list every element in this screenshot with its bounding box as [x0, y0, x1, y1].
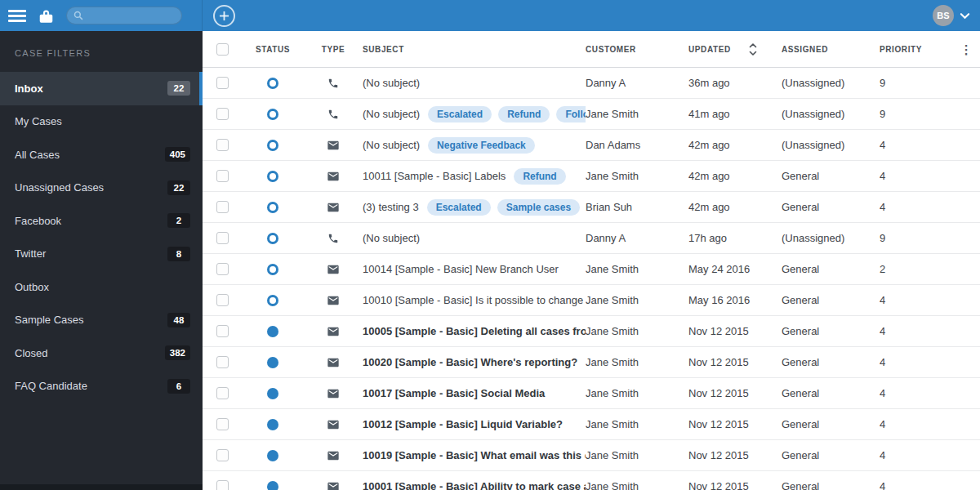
row-checkbox[interactable]	[216, 294, 229, 306]
type-cell	[327, 418, 340, 431]
customer-cell: Jane Smith	[586, 356, 688, 368]
sidebar-item-all-cases[interactable]: All Cases405	[0, 138, 203, 172]
top-bar-right: BS	[933, 5, 970, 26]
select-all-checkbox[interactable]	[216, 43, 229, 56]
case-row[interactable]: 10020 [Sample - Basic] Where's reporting…	[203, 347, 980, 378]
col-header-status[interactable]: STATUS	[256, 45, 290, 54]
col-header-customer[interactable]: CUSTOMER	[586, 45, 688, 54]
case-row[interactable]: (3) testing 3EscalatedSample casesBrian …	[203, 192, 980, 223]
case-row[interactable]: 10017 [Sample - Basic] Social MediaJane …	[203, 378, 980, 409]
row-checkbox-cell	[216, 325, 229, 337]
label-tag[interactable]: Negative Feedback	[428, 137, 535, 154]
sidebar-item-twitter[interactable]: Twitter8	[0, 238, 203, 271]
assigned-cell: General	[782, 263, 880, 275]
label-tag[interactable]: Refund	[514, 168, 565, 185]
case-row[interactable]: 10014 [Sample - Basic] New Branch UserJa…	[203, 254, 980, 285]
table-options-kebab-icon[interactable]: ⋮	[960, 43, 973, 56]
row-checkbox[interactable]	[216, 77, 229, 89]
row-checkbox[interactable]	[216, 325, 229, 337]
sidebar-item-sample-cases[interactable]: Sample Cases48	[0, 304, 203, 337]
status-open-icon	[267, 233, 278, 244]
status-new-icon	[267, 388, 278, 399]
status-open-icon	[267, 171, 278, 182]
sidebar-item-label: Sample Cases	[15, 314, 84, 326]
subject-text: 10014 [Sample - Basic] New Branch User	[363, 263, 559, 275]
subject-cell: 10017 [Sample - Basic] Social Media	[363, 387, 586, 399]
search-box[interactable]	[66, 7, 182, 24]
sidebar-item-inbox[interactable]: Inbox22	[0, 72, 203, 105]
customer-cell: Brian Suh	[586, 201, 688, 213]
case-row[interactable]: (No subject)EscalatedRefundFollow upJane…	[203, 99, 980, 130]
status-new-icon	[267, 481, 278, 490]
sidebar-item-outbox[interactable]: Outbox	[0, 270, 203, 304]
row-checkbox[interactable]	[216, 449, 229, 461]
subject-text: (3) testing 3	[363, 201, 419, 213]
label-tag[interactable]: Sample cases	[497, 199, 580, 216]
sidebar-item-faq-candidate[interactable]: FAQ Candidate6	[0, 370, 203, 403]
assigned-cell: General	[782, 449, 880, 461]
row-checkbox[interactable]	[216, 480, 229, 490]
row-checkbox[interactable]	[216, 170, 229, 182]
desk-logo-icon[interactable]	[38, 8, 55, 24]
chevron-down-icon[interactable]	[960, 12, 970, 20]
col-header-assigned[interactable]: ASSIGNED	[782, 45, 880, 54]
avatar[interactable]: BS	[933, 5, 954, 26]
sidebar-item-my-cases[interactable]: My Cases	[0, 105, 203, 139]
row-checkbox[interactable]	[216, 263, 229, 275]
case-row[interactable]: 10010 [Sample - Basic] Is it possible to…	[203, 285, 980, 316]
col-header-type[interactable]: TYPE	[322, 45, 345, 54]
case-row[interactable]: 10011 [Sample - Basic] LabelsRefundJane …	[203, 161, 980, 192]
subject-text: 10005 [Sample - Basic] Deleting all case…	[363, 325, 586, 337]
priority-cell: 4	[880, 418, 953, 430]
type-cell	[327, 170, 340, 183]
priority-cell: 4	[880, 356, 953, 368]
row-checkbox[interactable]	[216, 356, 229, 368]
row-checkbox[interactable]	[216, 387, 229, 399]
sidebar-item-label: Twitter	[15, 247, 46, 260]
label-tag[interactable]: Escalated	[428, 106, 492, 122]
count-badge: 22	[167, 180, 190, 195]
case-row[interactable]: 10012 [Sample - Basic] Liquid Variable?J…	[203, 409, 980, 440]
subject-text: (No subject)	[363, 139, 420, 151]
priority-cell: 9	[880, 77, 953, 89]
case-row[interactable]: 10019 [Sample - Basic] What email was th…	[203, 440, 980, 471]
priority-cell: 4	[880, 449, 953, 461]
col-header-updated[interactable]: UPDATED	[688, 43, 782, 56]
priority-cell: 4	[880, 170, 953, 182]
status-cell	[267, 109, 278, 120]
hamburger-menu-icon[interactable]	[8, 10, 26, 22]
status-open-icon	[267, 295, 278, 306]
assigned-cell: General	[782, 480, 880, 490]
sidebar-item-closed[interactable]: Closed382	[0, 336, 203, 370]
priority-cell: 2	[880, 263, 953, 275]
case-row[interactable]: 10005 [Sample - Basic] Deleting all case…	[203, 316, 980, 347]
case-row[interactable]: (No subject)Danny A17h ago(Unassigned)9	[203, 223, 980, 254]
new-case-button[interactable]	[213, 5, 235, 27]
priority-cell: 4	[880, 201, 953, 213]
sidebar-item-facebook[interactable]: Facebook2	[0, 204, 203, 238]
updated-cell: Nov 12 2015	[688, 325, 782, 337]
search-input[interactable]	[87, 9, 176, 22]
case-row[interactable]: 10001 [Sample - Basic] Ability to mark c…	[203, 471, 980, 490]
count-badge: 8	[167, 247, 190, 261]
row-checkbox[interactable]	[216, 232, 229, 244]
case-row[interactable]: (No subject)Danny A36m ago(Unassigned)9	[203, 68, 980, 99]
subject-text: 10012 [Sample - Basic] Liquid Variable?	[363, 418, 563, 430]
label-tag[interactable]: Escalated	[427, 199, 491, 216]
row-checkbox-cell	[216, 201, 229, 213]
col-header-priority[interactable]: PRIORITY	[880, 45, 953, 54]
type-cell	[327, 139, 340, 152]
case-row[interactable]: (No subject)Negative FeedbackDan Adams42…	[203, 130, 980, 161]
label-tag[interactable]: Refund	[498, 106, 550, 122]
row-checkbox[interactable]	[216, 201, 229, 213]
label-tag[interactable]: Follow up	[556, 106, 586, 122]
sidebar-item-unassigned-cases[interactable]: Unassigned Cases22	[0, 172, 203, 205]
col-header-subject[interactable]: SUBJECT	[363, 45, 586, 54]
row-checkbox[interactable]	[216, 418, 229, 430]
email-icon	[327, 356, 340, 369]
sidebar-item-label: All Cases	[15, 149, 60, 161]
row-checkbox[interactable]	[216, 139, 229, 151]
sort-icon[interactable]	[749, 43, 757, 56]
subject-text: 10011 [Sample - Basic] Labels	[363, 170, 506, 182]
row-checkbox[interactable]	[216, 108, 229, 120]
